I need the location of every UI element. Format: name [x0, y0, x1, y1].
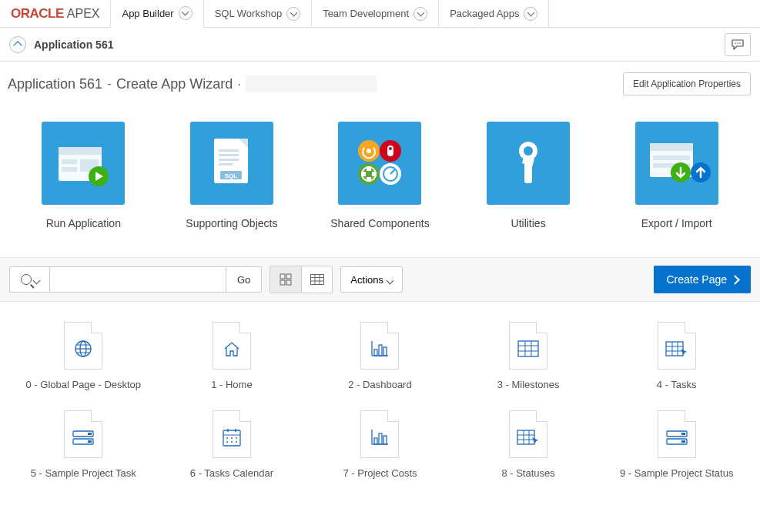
chevron-down-icon	[34, 274, 39, 286]
grid-icon	[280, 273, 292, 286]
tile-shared-components[interactable]: Shared Components	[314, 122, 445, 229]
action-tiles: Run ApplicationSQLSupporting ObjectsShar…	[0, 103, 760, 257]
svg-rect-74	[88, 440, 92, 443]
feedback-button[interactable]	[725, 33, 751, 56]
tile-supporting-objects[interactable]: SQLSupporting Objects	[166, 122, 297, 229]
page-label: 3 - Milestones	[497, 379, 560, 390]
tile-label: Utilities	[511, 217, 546, 229]
page-item-1[interactable]: 1 - Home	[158, 322, 306, 390]
page-label: 9 - Sample Project Status	[620, 467, 733, 479]
svg-point-23	[389, 147, 392, 150]
chevron-down-icon[interactable]	[286, 7, 300, 21]
svg-rect-66	[666, 342, 683, 356]
chevron-down-icon[interactable]	[413, 7, 427, 21]
page-label: 0 - Global Page - Desktop	[26, 379, 142, 390]
breadcrumb-bar: Application 561	[0, 28, 760, 62]
pages-grid: 0 - Global Page - Desktop1 - Home2 - Das…	[0, 302, 760, 499]
actions-menu-button[interactable]: Actions	[340, 266, 403, 293]
table-icon	[310, 274, 324, 285]
svg-rect-87	[374, 438, 377, 444]
chevron-right-icon	[732, 273, 738, 286]
svg-point-81	[236, 437, 237, 439]
page-item-6[interactable]: 6 - Tasks Calendar	[158, 410, 306, 479]
tile-label: Export / Import	[641, 217, 712, 229]
chevron-down-icon	[387, 274, 393, 286]
page-item-5[interactable]: 5 - Sample Project Task	[9, 410, 158, 479]
create-page-button[interactable]: Create Page	[654, 266, 751, 293]
svg-point-1	[737, 42, 738, 44]
svg-rect-28	[361, 172, 366, 176]
svg-rect-43	[286, 274, 291, 279]
page-icon	[64, 322, 102, 370]
page-icon	[360, 410, 399, 458]
svg-rect-73	[88, 433, 92, 435]
page-item-7[interactable]: 7 - Project Costs	[306, 410, 454, 479]
svg-point-33	[524, 146, 533, 156]
search-column-select[interactable]	[9, 266, 49, 293]
nav-tab-sql-workshop[interactable]: SQL Workshop	[203, 0, 311, 28]
svg-rect-26	[367, 166, 371, 171]
svg-rect-97	[681, 433, 685, 435]
nav-tab-packaged-apps[interactable]: Packaged Apps	[438, 0, 548, 28]
up-icon[interactable]	[9, 36, 26, 53]
search-input[interactable]	[49, 266, 226, 293]
svg-rect-46	[310, 275, 323, 285]
page-icon	[64, 410, 102, 458]
svg-point-82	[226, 441, 228, 443]
page-item-2[interactable]: 2 - Dashboard	[306, 322, 454, 390]
chevron-down-icon[interactable]	[179, 6, 193, 20]
page-label: 2 - Dashboard	[348, 379, 411, 390]
nav-tab-label: Team Development	[323, 8, 409, 19]
svg-rect-15	[219, 163, 233, 166]
svg-rect-37	[650, 143, 693, 151]
svg-point-83	[231, 441, 233, 443]
tile-icon	[42, 122, 125, 205]
title-editable[interactable]	[246, 75, 377, 92]
title-sep: -	[107, 76, 112, 92]
view-report-button[interactable]	[301, 266, 332, 293]
tile-icon	[635, 122, 718, 205]
search-group: Go	[9, 266, 262, 293]
svg-rect-44	[280, 280, 285, 285]
go-button[interactable]: Go	[226, 266, 262, 293]
view-icons-button[interactable]	[270, 266, 301, 293]
page-icon	[509, 410, 547, 458]
svg-rect-58	[374, 350, 377, 356]
page-item-3[interactable]: 3 - Milestones	[454, 322, 603, 390]
svg-rect-89	[383, 436, 387, 444]
nav-tab-team-development[interactable]: Team Development	[311, 0, 438, 28]
page-label: 8 - Statuses	[501, 467, 554, 479]
svg-rect-61	[518, 341, 538, 356]
nav-tab-label: SQL Workshop	[215, 8, 282, 19]
tile-run-application[interactable]: Run Application	[18, 122, 149, 229]
tile-utilities[interactable]: Utilities	[463, 122, 594, 229]
logo-apex: APEX	[67, 7, 100, 21]
logo[interactable]: ORACLE APEX	[0, 6, 110, 22]
svg-rect-59	[379, 345, 382, 356]
svg-rect-42	[280, 274, 285, 279]
page-icon	[213, 410, 251, 458]
edit-application-properties-button[interactable]: Edit Application Properties	[623, 72, 751, 95]
svg-rect-12	[219, 149, 239, 152]
page-icon	[213, 322, 251, 370]
page-item-0[interactable]: 0 - Global Page - Desktop	[9, 322, 158, 390]
breadcrumb-text[interactable]: Application 561	[34, 38, 113, 51]
tile-export-import[interactable]: Export / Import	[611, 122, 742, 229]
tile-icon	[338, 122, 421, 205]
tile-icon: SQL	[190, 122, 273, 205]
page-icon	[360, 322, 399, 370]
page-item-9[interactable]: 9 - Sample Project Status	[602, 410, 751, 479]
page-label: 5 - Sample Project Task	[31, 467, 136, 479]
chevron-down-icon[interactable]	[524, 7, 537, 21]
page-item-8[interactable]: 8 - Statuses	[454, 410, 603, 479]
nav-tab-app-builder[interactable]: App Builder	[110, 0, 203, 28]
page-label: 1 - Home	[211, 379, 252, 390]
actions-label: Actions	[350, 274, 383, 286]
page-item-4[interactable]: 4 - Tasks	[602, 322, 751, 390]
svg-rect-60	[383, 347, 387, 356]
page-label: 7 - Project Costs	[343, 467, 417, 479]
tile-icon	[487, 122, 570, 205]
pages-toolbar: Go Actions Create Page	[0, 257, 760, 302]
page-icon	[509, 322, 547, 370]
svg-point-0	[735, 42, 736, 44]
